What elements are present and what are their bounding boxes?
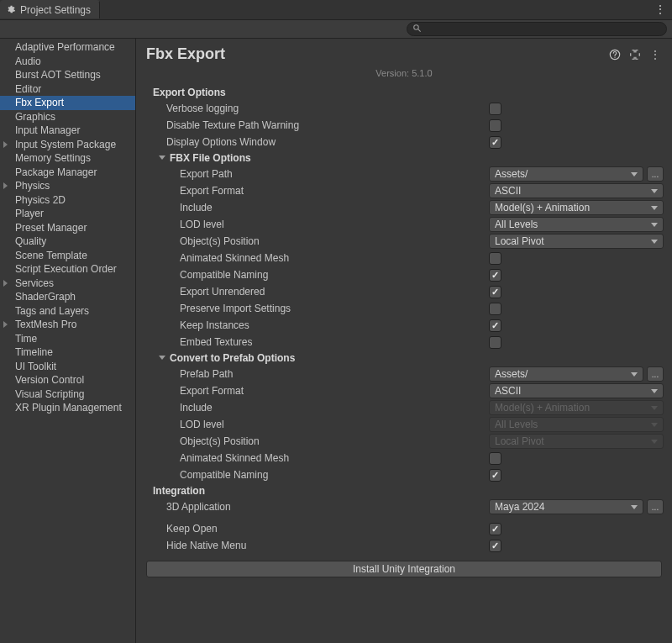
browse-3d-application-button[interactable]: ... <box>647 499 664 514</box>
checkbox-embed-textures[interactable] <box>489 336 501 349</box>
sidebar-item-input-manager[interactable]: Input Manager <box>0 124 135 138</box>
sidebar-item-label: Input System Package <box>15 139 116 150</box>
checkbox-prefab-compatible-naming[interactable] <box>489 469 501 482</box>
sidebar-item-visual-scripting[interactable]: Visual Scripting <box>0 387 135 402</box>
sidebar-item-editor[interactable]: Editor <box>0 82 135 97</box>
dropdown-lod-level[interactable]: All Levels <box>489 217 664 232</box>
label-prefab-include: Include <box>136 402 489 414</box>
checkbox-display-options-window[interactable] <box>489 136 501 149</box>
sidebar-item-label: Version Control <box>15 374 84 386</box>
dropdown-prefab-export-format[interactable]: ASCII <box>489 383 664 398</box>
preset-icon[interactable] <box>628 48 642 61</box>
sidebar-item-physics[interactable]: Physics <box>0 179 135 193</box>
sidebar: Adaptive PerformanceAudioBurst AOT Setti… <box>0 39 136 643</box>
dropdown-objects-position[interactable]: Local Pivot <box>489 234 664 249</box>
label-export-unrendered: Export Unrendered <box>136 286 489 298</box>
sidebar-item-audio[interactable]: Audio <box>0 55 135 69</box>
checkbox-hide-native-menu[interactable] <box>489 540 501 552</box>
window-menu-icon[interactable]: ⋮ <box>654 3 667 16</box>
search-input-wrap[interactable] <box>407 22 667 36</box>
panel-menu-icon[interactable]: ⋮ <box>648 48 662 61</box>
page-title: Fbx Export <box>146 45 225 63</box>
help-icon[interactable] <box>608 48 622 61</box>
section-fbx-file-options[interactable]: FBX File Options <box>136 150 672 166</box>
label-prefab-lod-level: LOD level <box>136 419 489 430</box>
dropdown-export-format[interactable]: ASCII <box>489 183 664 198</box>
label-lod-level: LOD level <box>136 219 489 230</box>
sidebar-item-label: Timeline <box>15 346 53 358</box>
search-icon <box>412 24 422 35</box>
svg-point-0 <box>414 24 419 29</box>
sidebar-item-package-manager[interactable]: Package Manager <box>0 166 135 180</box>
sidebar-item-xr-plugin-management[interactable]: XR Plugin Management <box>0 401 135 415</box>
browse-prefab-path-button[interactable]: ... <box>647 366 664 382</box>
sidebar-item-label: Audio <box>15 55 41 67</box>
sidebar-item-preset-manager[interactable]: Preset Manager <box>0 221 135 235</box>
checkbox-disable-texture-warning[interactable] <box>489 119 501 132</box>
sidebar-item-textmesh-pro[interactable]: TextMesh Pro <box>0 318 135 332</box>
sidebar-item-adaptive-performance[interactable]: Adaptive Performance <box>0 40 135 55</box>
sidebar-item-label: Player <box>15 208 44 219</box>
label-embed-textures: Embed Textures <box>136 336 489 348</box>
browse-export-path-button[interactable]: ... <box>647 166 664 182</box>
toolbar <box>0 20 672 39</box>
sidebar-item-graphics[interactable]: Graphics <box>0 110 135 124</box>
sidebar-item-shadergraph[interactable]: ShaderGraph <box>0 290 135 304</box>
dropdown-include[interactable]: Model(s) + Animation <box>489 200 664 215</box>
sidebar-item-label: Package Manager <box>15 166 97 178</box>
dropdown-export-path[interactable]: Assets/ <box>489 166 643 182</box>
sidebar-item-physics-2d[interactable]: Physics 2D <box>0 193 135 208</box>
label-display-options-window: Display Options Window <box>136 136 489 148</box>
label-keep-open: Keep Open <box>136 523 489 535</box>
label-export-format: Export Format <box>136 185 489 197</box>
main-panel: Fbx Export ⋮ Version: 5.1.0 Export Optio… <box>136 39 672 643</box>
dropdown-prefab-include: Model(s) + Animation <box>489 400 664 415</box>
sidebar-item-fbx-export[interactable]: Fbx Export <box>0 96 135 110</box>
checkbox-keep-instances[interactable] <box>489 319 501 332</box>
dropdown-prefab-path[interactable]: Assets/ <box>489 366 643 382</box>
version-text: Version: 5.1.0 <box>136 66 672 85</box>
expand-arrow-icon <box>3 321 8 328</box>
sidebar-item-label: Services <box>15 277 54 289</box>
checkbox-keep-open[interactable] <box>489 523 501 535</box>
checkbox-animated-skinned-mesh[interactable] <box>489 252 501 265</box>
expand-arrow-icon <box>3 280 8 287</box>
tab-project-settings[interactable]: Project Settings <box>0 0 100 18</box>
sidebar-item-player[interactable]: Player <box>0 207 135 221</box>
install-unity-integration-button[interactable]: Install Unity Integration <box>146 561 662 577</box>
sidebar-item-quality[interactable]: Quality <box>0 235 135 249</box>
checkbox-preserve-import-settings[interactable] <box>489 303 501 315</box>
sidebar-item-version-control[interactable]: Version Control <box>0 373 135 387</box>
expand-arrow-icon <box>3 182 8 189</box>
search-input[interactable] <box>425 24 661 34</box>
section-convert-to-prefab[interactable]: Convert to Prefab Options <box>136 350 672 366</box>
sidebar-item-tags-and-layers[interactable]: Tags and Layers <box>0 304 135 319</box>
sidebar-item-timeline[interactable]: Timeline <box>0 345 135 360</box>
checkbox-compatible-naming[interactable] <box>489 269 501 282</box>
sidebar-item-label: Adaptive Performance <box>15 41 115 53</box>
sidebar-item-services[interactable]: Services <box>0 277 135 291</box>
sidebar-item-label: Visual Scripting <box>15 388 85 400</box>
label-prefab-compatible-naming: Compatible Naming <box>136 469 489 481</box>
checkbox-prefab-animated-skinned-mesh[interactable] <box>489 452 501 465</box>
checkbox-verbose-logging[interactable] <box>489 103 501 115</box>
titlebar: Project Settings ⋮ <box>0 0 672 20</box>
label-prefab-animated-skinned-mesh: Animated Skinned Mesh <box>136 452 489 464</box>
label-include: Include <box>136 202 489 213</box>
sidebar-item-script-execution-order[interactable]: Script Execution Order <box>0 262 135 277</box>
sidebar-item-burst-aot-settings[interactable]: Burst AOT Settings <box>0 68 135 82</box>
sidebar-item-label: TextMesh Pro <box>15 319 76 330</box>
label-prefab-objects-position: Object(s) Position <box>136 435 489 447</box>
sidebar-item-time[interactable]: Time <box>0 332 135 346</box>
checkbox-export-unrendered[interactable] <box>489 286 501 298</box>
gear-icon <box>6 4 16 17</box>
dropdown-3d-application[interactable]: Maya 2024 <box>489 499 643 514</box>
dropdown-prefab-objects-position: Local Pivot <box>489 434 664 449</box>
sidebar-item-ui-toolkit[interactable]: UI Toolkit <box>0 360 135 374</box>
sidebar-item-scene-template[interactable]: Scene Template <box>0 249 135 263</box>
sidebar-item-label: Input Manager <box>15 124 80 136</box>
label-export-path: Export Path <box>136 168 489 180</box>
sidebar-item-input-system-package[interactable]: Input System Package <box>0 138 135 152</box>
sidebar-item-memory-settings[interactable]: Memory Settings <box>0 151 135 166</box>
label-animated-skinned-mesh: Animated Skinned Mesh <box>136 252 489 264</box>
